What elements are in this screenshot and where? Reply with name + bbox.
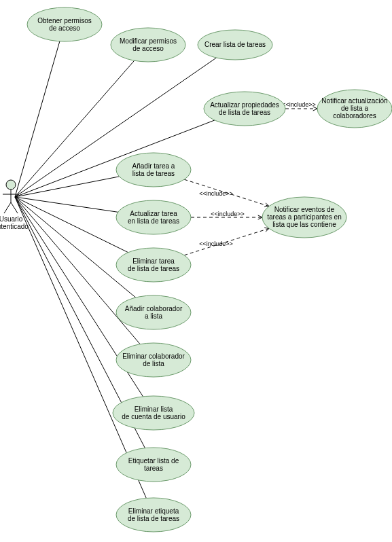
usecase-label: Eliminar etiqueta (128, 507, 179, 515)
usecase-uc8: Eliminar tareade lista de tareas (116, 248, 191, 282)
usecase-label: Eliminar colaborador (122, 353, 185, 360)
usecase-uc3: Crear lista de tareas (198, 30, 272, 60)
usecase-label: Notificar actualización (321, 97, 387, 105)
include-label: <<include>> (199, 240, 233, 247)
usecase-label: Actualizar tarea (130, 210, 177, 217)
association (15, 60, 135, 197)
usecase-label: colaboradores (333, 112, 376, 120)
svg-line-18 (11, 202, 18, 213)
usecase-label: tareas (144, 465, 163, 472)
usecase-label: de acceso (132, 45, 164, 52)
include-label: <<include>> (282, 101, 316, 108)
usecase-label: Eliminar lista (135, 405, 173, 413)
usecase-label: de lista de tareas (219, 109, 270, 116)
usecase-uc7: Actualizar tareaen lista de tareas (116, 200, 191, 234)
usecase-label: de acceso (49, 24, 80, 32)
usecase-uc4: Actualizar propiedadesde lista de tareas (204, 92, 285, 126)
usecase-uc9: Notificar eventos detareas a participant… (262, 197, 346, 238)
svg-line-17 (4, 202, 11, 213)
usecase-uc14: Eliminar etiquetade lista de tareas (116, 498, 191, 532)
actor-label: Usuario (0, 215, 23, 223)
usecase-label: de lista a (341, 105, 368, 112)
usecase-label: de lista (143, 360, 164, 367)
usecase-label: Obtener permisos (37, 17, 91, 24)
usecase-uc2: Modificar permisosde acceso (111, 28, 185, 62)
usecase-label: Etiquetar lista de (128, 457, 179, 465)
include-label: <<include>> (199, 190, 233, 197)
usecase-uc5: Notificar actualizaciónde lista acolabor… (317, 90, 392, 128)
usecase-uc10: Añadir colaboradora lista (116, 295, 191, 329)
usecase-label: Eliminar tarea (132, 257, 175, 265)
usecase-label: Añadir colaborador (125, 305, 183, 312)
usecase-label: lista de tareas (132, 170, 175, 177)
usecase-label: de lista de tareas (128, 265, 179, 272)
usecase-uc11: Eliminar colaboradorde lista (116, 343, 191, 377)
svg-point-14 (6, 180, 16, 189)
association (15, 41, 60, 197)
usecase-label: Añadir tarea a (132, 162, 175, 170)
usecase-label: lista que las contiene (272, 221, 336, 228)
usecase-label: tareas a participantes en (267, 213, 342, 221)
usecase-label: Notificar eventos de (274, 206, 335, 213)
use-case-diagram: <<include>><<include>><<include>><<inclu… (0, 0, 392, 542)
usecase-label: en lista de tareas (128, 217, 179, 225)
usecase-label: a lista (145, 312, 163, 320)
usecase-label: Crear lista de tareas (204, 41, 266, 48)
usecase-uc1: Obtener permisosde acceso (27, 7, 102, 41)
usecase-uc6: Añadir tarea alista de tareas (116, 153, 191, 187)
usecase-label: Modificar permisos (120, 37, 177, 45)
usecase-uc12: Eliminar listade cuenta de usuario (113, 396, 194, 430)
actor-label: autenticado (0, 223, 29, 230)
usecase-label: de lista de tareas (128, 515, 179, 522)
usecase-label: de cuenta de usuario (122, 413, 185, 420)
include-label: <<include>> (211, 211, 245, 217)
usecase-uc13: Etiquetar lista detareas (116, 448, 191, 482)
usecase-label: Actualizar propiedades (210, 101, 279, 109)
association (15, 120, 215, 197)
